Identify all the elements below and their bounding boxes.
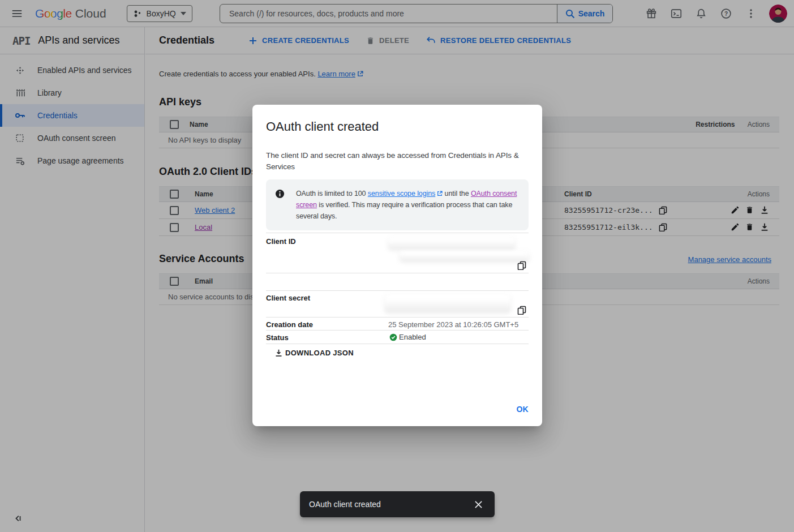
- divider: [266, 233, 529, 233]
- client-secret-label: Client secret: [266, 294, 310, 302]
- notice-middle: until the: [443, 190, 471, 198]
- client-secret-redacted-value: [385, 294, 510, 312]
- download-json-label: DOWNLOAD JSON: [285, 349, 354, 357]
- snackbar-close-button[interactable]: [469, 495, 488, 514]
- divider: [266, 273, 529, 273]
- creation-date-value: 25 September 2023 at 10:26:05 GMT+5: [388, 320, 518, 329]
- client-id-redacted-value: [388, 237, 515, 250]
- status-text: Enabled: [399, 333, 426, 341]
- copy-client-secret-button[interactable]: [517, 306, 526, 315]
- oauth-client-created-dialog: OAuth client created The client ID and s…: [252, 105, 542, 426]
- client-id-label: Client ID: [266, 237, 296, 246]
- copy-client-id-button[interactable]: [517, 261, 526, 270]
- snackbar-message: OAuth client created: [309, 500, 469, 509]
- notice-end: is verified. This may require a verifica…: [296, 201, 512, 220]
- ok-button[interactable]: OK: [516, 405, 529, 414]
- divider: [266, 330, 529, 331]
- notice-start: OAuth is limited to 100: [296, 190, 368, 198]
- external-link-icon: [437, 191, 443, 196]
- close-icon: [474, 500, 483, 509]
- divider: [266, 344, 529, 344]
- divider: [266, 290, 529, 291]
- page: Google Cloud BoxyHQ Search: [0, 0, 794, 532]
- download-icon: [274, 349, 283, 357]
- dialog-title: OAuth client created: [266, 119, 379, 134]
- verification-notice: OAuth is limited to 100 sensitive scope …: [266, 179, 529, 230]
- download-json-button[interactable]: DOWNLOAD JSON: [274, 349, 354, 357]
- divider: [266, 317, 529, 318]
- sensitive-scope-logins-label: sensitive scope logins: [368, 190, 435, 198]
- snackbar: OAuth client created: [300, 491, 495, 517]
- status-label: Status: [266, 333, 289, 342]
- notice-text: OAuth is limited to 100 sensitive scope …: [296, 188, 524, 222]
- check-circle-icon: [389, 333, 397, 341]
- dialog-subtitle: The client ID and secret can always be a…: [266, 150, 529, 173]
- status-value: Enabled: [389, 333, 426, 341]
- sensitive-scope-logins-link[interactable]: sensitive scope logins: [368, 190, 443, 198]
- client-id-redacted-value: [400, 251, 529, 261]
- creation-date-label: Creation date: [266, 320, 313, 329]
- info-icon: [275, 189, 285, 199]
